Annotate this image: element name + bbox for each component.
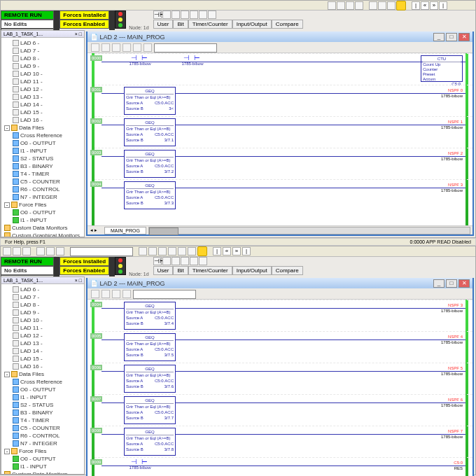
zoom-out-icon[interactable]	[168, 247, 176, 255]
rung-tool-icon[interactable]: ⊣⊢	[153, 10, 162, 19]
geq-instruction[interactable]: GEQ Grtr Than or Eql (A>=B) Source AC5:0…	[124, 365, 176, 393]
tree-item-lad[interactable]: LAD 16 -	[3, 116, 83, 124]
fit-window-icon[interactable]	[188, 247, 196, 255]
tool-icon[interactable]	[122, 43, 131, 52]
nav-next-icon[interactable]: »	[430, 1, 438, 10]
ladder-rung[interactable]: 0003 GEQ Grtr Than or Eql (A>=B) Source …	[94, 148, 472, 179]
new-icon[interactable]	[3, 247, 11, 255]
tree-item[interactable]: Custom Data Monitors	[3, 224, 83, 232]
tool-icon[interactable]	[148, 247, 157, 255]
address-combo[interactable]	[154, 43, 217, 52]
collapse-icon[interactable]: -	[4, 202, 10, 208]
tree-item-lad[interactable]: LAD 12 -	[3, 85, 83, 93]
tool-icon[interactable]	[91, 290, 99, 298]
tree-item[interactable]: C5 - COUNTER	[11, 178, 83, 186]
rung-tool-icon[interactable]	[162, 257, 171, 265]
tree-item-lad[interactable]: LAD 12 -	[3, 332, 83, 340]
maximize-button[interactable]: □	[446, 279, 457, 288]
forcefiles-folder[interactable]: Force Files	[19, 448, 47, 454]
nav-first-icon[interactable]: |	[412, 1, 420, 10]
ladder-rung[interactable]: 0009⊣ ⊢1785-bibowC5:0RES	[94, 457, 472, 476]
datafiles-folder[interactable]: Data Files	[19, 371, 44, 377]
tree-item[interactable]: O0 - OUTPUT	[11, 455, 83, 463]
nav-last-icon[interactable]: |	[242, 247, 251, 255]
tree-item-lad[interactable]: LAD 15 -	[3, 108, 83, 116]
tree-item-lad[interactable]: LAD 8 -	[3, 55, 83, 62]
tool-icon[interactable]	[133, 43, 141, 52]
tree-item[interactable]: C5 - COUNTER	[11, 424, 83, 432]
tree-item-lad[interactable]: LAD 13 -	[3, 340, 83, 347]
forcefiles-folder[interactable]: Force Files	[19, 202, 47, 208]
horizontal-scrollbar[interactable]	[148, 227, 470, 234]
output-instruction[interactable]: NSPF 71785-bibow	[441, 428, 463, 440]
close-button[interactable]: ✕	[458, 33, 470, 41]
tree-item[interactable]: Custom Graphical Monitors	[3, 232, 83, 237]
tree-item-lad[interactable]: LAD 11 -	[3, 78, 83, 85]
tab-user[interactable]: User	[153, 20, 174, 29]
tree-item-lad[interactable]: LAD 14 -	[3, 347, 83, 355]
geq-instruction[interactable]: GEQ Grtr Than or Eql (A>=B) Source AC5:0…	[124, 428, 176, 456]
tool-icon[interactable]	[102, 290, 110, 298]
tree-item-lad[interactable]: LAD 8 -	[3, 301, 83, 309]
geq-instruction[interactable]: GEQ Grtr Than or Eql (A>=B) Source AC5:0…	[124, 118, 176, 146]
ladder-rung[interactable]: 0006 GEQ Grtr Than or Eql (A>=B) Source …	[94, 363, 472, 394]
tool-icon[interactable]	[346, 1, 354, 10]
tree-item[interactable]: B3 - BINARY	[11, 409, 83, 416]
tab-io[interactable]: Input/Output	[232, 266, 272, 275]
datafiles-folder[interactable]: Data Files	[19, 125, 44, 131]
minimize-button[interactable]: _	[433, 33, 444, 41]
tab-timercounter[interactable]: Timer/Counter	[188, 266, 232, 275]
output-instruction[interactable]: NSPF 01785-bibow	[441, 88, 463, 99]
contact-instruction[interactable]: ⊣ ⊢1785-bibow	[172, 54, 214, 66]
collapse-icon[interactable]: -	[4, 372, 10, 377]
save-icon[interactable]	[22, 247, 31, 255]
file-tab[interactable]: MAIN_PROG	[104, 227, 146, 234]
tab-bit[interactable]: Bit	[173, 266, 188, 275]
output-instruction[interactable]: NSPF 41785-bibow	[441, 334, 463, 345]
fit-icon[interactable]	[387, 1, 396, 10]
ladder-diagram[interactable]: 0000⊣ ⊢1785-bibow⊣ ⊢1785-bibowCTUCount U…	[88, 53, 472, 225]
ladder-rung[interactable]: 0007 GEQ Grtr Than or Eql (A>=B) Source …	[94, 394, 472, 426]
rung-tool-icon[interactable]	[199, 10, 207, 19]
tab-user[interactable]: User	[153, 266, 174, 275]
zoom-out-icon[interactable]	[369, 1, 377, 10]
ladder-rung[interactable]: 0004 GEQ Grtr Than or Eql (A>=B) Source …	[94, 300, 472, 331]
paste-icon[interactable]	[56, 247, 64, 255]
tab-timercounter[interactable]: Timer/Counter	[188, 20, 232, 29]
tool-icon[interactable]	[122, 290, 131, 298]
search-combo[interactable]	[70, 247, 133, 256]
tree-close-icon[interactable]: × □	[75, 31, 82, 36]
tool-icon[interactable]	[337, 1, 345, 10]
maximize-button[interactable]: □	[446, 33, 457, 41]
cut-icon[interactable]	[36, 247, 45, 255]
tree-item[interactable]: Cross Reference	[11, 378, 83, 386]
output-instruction[interactable]: NSPF 51785-bibow	[441, 365, 463, 377]
output-instruction[interactable]: NSPF 31785-bibow	[441, 302, 463, 314]
nav-next-icon[interactable]: »	[232, 247, 241, 255]
tree-item-lad[interactable]: LAD 15 -	[3, 355, 83, 363]
tool-icon[interactable]	[158, 247, 167, 255]
tool-icon[interactable]	[355, 1, 363, 10]
tool-icon[interactable]	[112, 43, 120, 52]
tree-item-lad[interactable]: LAD 6 -	[3, 286, 83, 293]
tree-item[interactable]: I1 - INPUT	[11, 216, 83, 224]
tree-item[interactable]: Custom Data Monitors	[3, 470, 83, 475]
rung-tool-icon[interactable]	[172, 257, 180, 265]
tree-item-lad[interactable]: LAD 16 -	[3, 363, 83, 370]
tab-compare[interactable]: Compare	[272, 20, 303, 29]
highlight-icon[interactable]	[396, 1, 406, 10]
output-instruction[interactable]: NSPF 11785-bibow	[441, 119, 463, 130]
tree-item-lad[interactable]: LAD 7 -	[3, 47, 83, 55]
tree-item[interactable]: N7 - INTEGER	[11, 440, 83, 447]
tab-io[interactable]: Input/Output	[232, 20, 272, 29]
tab-bit[interactable]: Bit	[173, 20, 188, 29]
tree-item[interactable]: S2 - STATUS	[11, 401, 83, 409]
rung-tool-icon[interactable]	[199, 257, 207, 265]
geq-instruction[interactable]: GEQ Grtr Than or Eql (A>=B) Source AC5:0…	[124, 333, 176, 361]
geq-instruction[interactable]: GEQ Grtr Than or Eql (A>=B) Source AC5:0…	[124, 302, 176, 330]
rung-tool-icon[interactable]	[181, 10, 189, 19]
zoom-in-icon[interactable]	[178, 247, 186, 255]
output-instruction[interactable]: C5:0RES	[454, 460, 463, 471]
geq-instruction[interactable]: GEQ Grtr Than or Eql (A>=B) Source AC5:0…	[124, 150, 176, 178]
ladder-diagram[interactable]: 0004 GEQ Grtr Than or Eql (A>=B) Source …	[88, 300, 472, 476]
